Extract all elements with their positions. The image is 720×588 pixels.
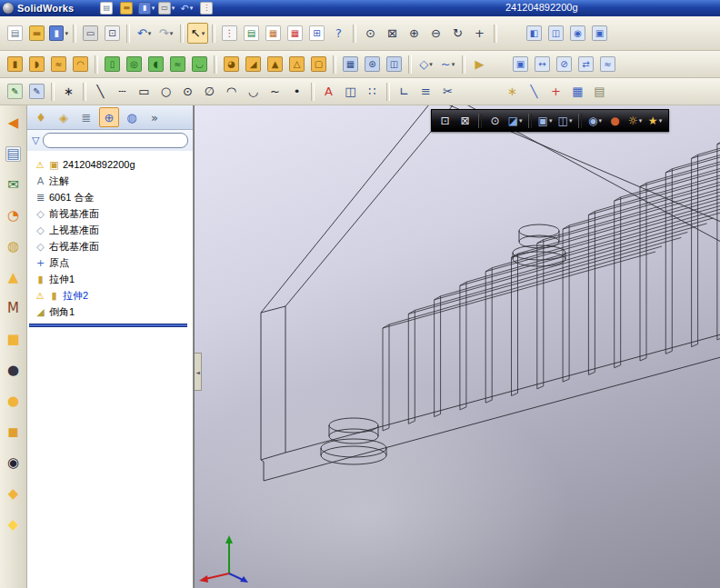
line-button[interactable]: ╲ [90,81,111,102]
sheets-tool-button[interactable]: ▤ [3,144,24,164]
freeform-button[interactable]: ≈ [597,54,618,75]
tree-item-chamfer1[interactable]: ◢倒角1 [29,304,191,320]
clock-tool-button[interactable]: ◔ [3,205,24,226]
diamond-tool-button[interactable]: ◆ [3,483,24,504]
gem-tool-button[interactable]: ◆ [3,514,24,535]
lofted-cut-button[interactable]: ◡ [189,54,210,75]
arrow-tool-button[interactable]: ◀ [3,113,24,134]
redo-button[interactable]: ↷▾ [155,23,176,44]
view-settings-button[interactable]: ★▾ [645,111,665,130]
tabs-overflow-chevron[interactable]: » [145,107,165,127]
snap-point-button[interactable]: + [545,81,566,102]
tree-item-part-root[interactable]: ⚠▣241204892200g [29,156,191,173]
ellipse-button[interactable]: ∅ [199,81,220,102]
mail-tool-button[interactable]: ✉ [3,174,24,195]
sketch-button[interactable]: ✎ [5,81,25,102]
rebuild-traffic-light-button[interactable]: ⋮ [219,23,240,44]
dropdown-arrow-icon[interactable]: ▾ [639,117,643,125]
dropdown-arrow-icon[interactable]: ▾ [452,61,455,68]
swept-cut-button[interactable]: ≈ [167,54,188,75]
rebuild-traffic-light-button[interactable]: ⋮ [197,1,215,16]
swept-boss-button[interactable]: ≈ [48,54,69,75]
snap-line-button[interactable]: ╲ [524,81,545,102]
lofted-boss-button[interactable]: ◠ [70,54,91,75]
view-orientation-button[interactable]: ▣▾ [535,111,555,130]
help-button[interactable]: ? [328,23,349,44]
draft-button[interactable]: △ [286,54,307,75]
trim-entities-button[interactable]: ✂ [437,81,458,102]
rotate-view-button[interactable]: ↻ [447,23,468,44]
open-button[interactable]: ▬ [26,23,47,44]
point-button[interactable]: • [286,81,307,102]
bell-tool-button[interactable]: ◍ [3,236,24,257]
insert-part-button[interactable]: ▣ [510,54,531,75]
save-button[interactable]: ▮▾ [137,1,155,16]
tree-item-origin[interactable]: +原点 [29,254,191,271]
tree-item-top-plane[interactable]: ◇上视基准面 [29,222,191,238]
tree-item-extrude2[interactable]: ⚠▮拉伸2 [29,287,191,304]
dropdown-arrow-icon[interactable]: ▾ [190,5,194,12]
apply-scene-button[interactable]: ☼▾ [625,111,645,130]
sphere-dark-tool-button[interactable]: ● [3,360,24,381]
dropdown-arrow-icon[interactable]: ▾ [519,117,523,125]
new-document-button[interactable]: ▤ [97,1,115,16]
box-tool-button[interactable]: ■ [3,329,24,350]
delete-face-button[interactable]: ⊘ [554,54,575,75]
circular-pattern-button[interactable]: ⊛ [362,54,383,75]
zoom-to-area-button[interactable]: ⊠ [455,111,475,130]
print-button[interactable]: ▭▾ [157,1,175,16]
curves-button[interactable]: ~▾ [437,54,458,75]
cube-tool-button[interactable]: ◼ [3,422,24,443]
panel-splitter-handle[interactable]: ◄ [195,353,202,391]
display-style-button[interactable]: ◫ [545,23,566,44]
linear-sketch-pattern-button[interactable]: ∷ [362,81,383,102]
displaymanager-tab[interactable]: ◍ [122,107,142,127]
mirror-entities-button[interactable]: ◫ [340,81,361,102]
centerline-button[interactable]: ┄ [112,81,133,102]
offset-entities-button[interactable]: ≡ [415,81,436,102]
extruded-boss-button[interactable]: ▮ [5,54,25,75]
design-binder-button[interactable]: ⊞ [306,23,327,44]
revolved-boss-button[interactable]: ◗ [26,54,47,75]
dropdown-arrow-icon[interactable]: ▾ [569,117,573,125]
tree-filter-input[interactable] [43,133,188,148]
print-preview-button[interactable]: ⊡ [102,23,123,44]
dropdown-arrow-icon[interactable]: ▾ [148,30,152,37]
convert-entities-button[interactable]: ∟ [394,81,415,102]
ring-tool-button[interactable]: ◉ [3,453,24,473]
dimxpertmanager-tab[interactable]: ⊕ [99,107,119,127]
pyramid-tool-button[interactable]: ▲ [3,267,24,288]
zoom-in-button[interactable]: ⊕ [404,23,425,44]
perimeter-circle-button[interactable]: ⊙ [177,81,198,102]
dropdown-arrow-icon[interactable]: ▾ [65,30,68,37]
magnifier-button[interactable]: ⊙ [485,111,505,130]
hide-show-items-button[interactable]: ◉▾ [585,111,605,130]
dropdown-arrow-icon[interactable]: ▾ [202,30,205,37]
spline-button[interactable]: ~ [265,81,285,102]
dropdown-arrow-icon[interactable]: ▾ [549,117,553,125]
color-swatches-button[interactable]: ▦ [263,23,284,44]
new-document-button[interactable]: ▤ [5,23,25,44]
tree-item-front-plane[interactable]: ◇前视基准面 [29,205,191,222]
open-button[interactable]: ▬ [117,1,135,16]
dropdown-arrow-icon[interactable]: ▾ [659,117,663,125]
select-arrow-button[interactable]: ↖▾ [187,23,208,44]
view-orientation-button[interactable]: ◧ [524,23,545,44]
dropdown-arrow-icon[interactable]: ▾ [170,30,174,37]
undo-button[interactable]: ↶▾ [134,23,155,44]
rib-button[interactable]: ▲ [265,54,285,75]
move-copy-body-button[interactable]: ↔ [532,54,553,75]
tree-item-right-plane[interactable]: ◇右视基准面 [29,238,191,254]
shell-button[interactable]: ▢ [308,54,329,75]
dropdown-arrow-icon[interactable]: ▾ [172,5,175,12]
rollback-bar[interactable] [29,324,187,327]
linear-pattern-button[interactable]: ▦ [340,54,361,75]
pattern-grid-button[interactable]: ▦ [285,23,305,44]
chamfer-button[interactable]: ◢ [243,54,264,75]
undo-button[interactable]: ↶▾ [177,1,195,16]
dropdown-arrow-icon[interactable]: ▾ [598,117,602,125]
propertymanager-tab[interactable]: ◈ [54,107,74,127]
tree-item-annotations[interactable]: A注解 [29,173,191,189]
hide-show-items-button[interactable]: ◉ [567,23,588,44]
featuremanager-tab[interactable]: ♦ [31,107,51,127]
